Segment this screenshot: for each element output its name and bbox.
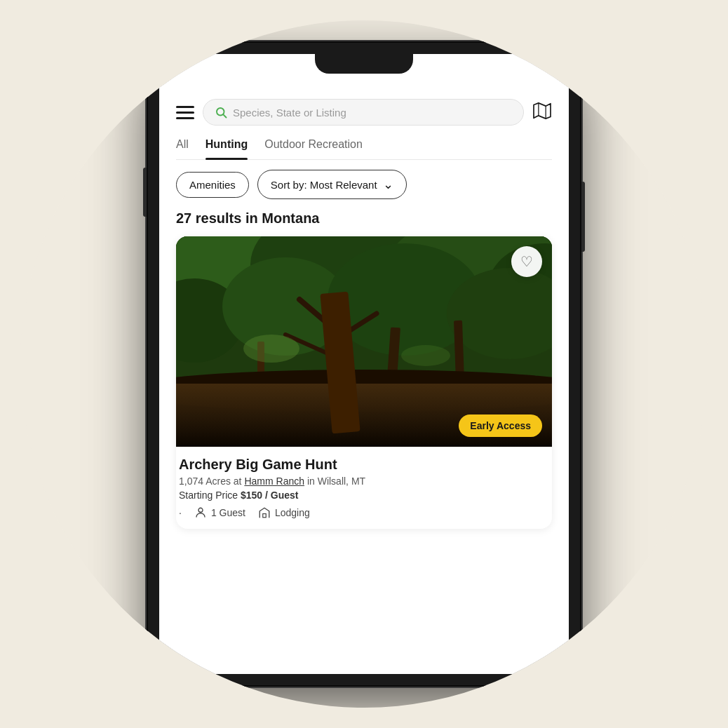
status-bar [159,54,569,89]
listing-price: Starting Price $150 / Guest [179,490,541,501]
price-label: Starting Price [179,490,238,501]
notch [315,54,413,74]
card-image-container: ♡ Early Access [176,236,552,447]
map-icon[interactable] [532,102,552,122]
listing-location: 1,074 Acres at Hamm Ranch in Wilsall, MT [179,476,541,487]
listing-meta: · 1 Guest [179,506,541,519]
price-value: $150 / Guest [241,490,299,501]
hamburger-line-2 [176,112,194,114]
svg-point-25 [401,345,450,366]
tabs-row: All Hunting Outdoor Recreation [176,133,552,160]
favorite-button[interactable]: ♡ [511,246,542,277]
guests-meta: 1 Guest [194,506,245,519]
filters-row: Amenities Sort by: Most Relevant ⌄ [176,160,552,206]
top-bar: Species, State or Listing [176,89,552,133]
card-info: Archery Big Game Hunt 1,074 Acres at Ham… [176,447,552,529]
hamburger-line-3 [176,117,194,119]
listing-ranch-link[interactable]: Hamm Ranch [244,476,304,487]
outer-circle: Species, State or Listing All [20,20,708,708]
guests-label: 1 Guest [211,507,245,518]
results-count: 27 results in Montana [176,206,552,236]
tab-all[interactable]: All [176,138,189,159]
listing-location-text: in Wilsall, MT [307,476,365,487]
early-access-badge: Early Access [459,414,542,437]
hamburger-line-1 [176,106,194,108]
search-icon [215,106,227,119]
person-icon [194,506,207,519]
lodging-label: Lodging [275,507,310,518]
search-bar[interactable]: Species, State or Listing [203,99,524,126]
svg-point-24 [243,335,299,363]
sort-button[interactable]: Sort by: Most Relevant ⌄ [257,170,407,199]
tab-outdoor-recreation[interactable]: Outdoor Recreation [264,138,363,159]
screen-content: Species, State or Listing All [159,54,569,674]
meta-separator: · [179,507,182,518]
lodging-icon [258,506,271,519]
listing-title: Archery Big Game Hunt [179,457,541,473]
amenities-button[interactable]: Amenities [176,172,249,198]
hamburger-menu-icon[interactable] [176,106,194,119]
phone-screen: Species, State or Listing All [159,54,569,674]
svg-line-1 [223,114,226,117]
listing-acres: 1,074 Acres at [179,476,242,487]
listing-card: ♡ Early Access Archery Big Game Hunt 1,0… [176,236,552,529]
app-content: Species, State or Listing All [159,89,569,674]
tab-hunting[interactable]: Hunting [205,138,248,159]
svg-point-26 [198,508,203,512]
sort-label: Sort by: Most Relevant [271,179,377,191]
svg-marker-2 [534,103,551,119]
phone-wrapper: Species, State or Listing All [147,41,581,687]
heart-icon: ♡ [520,253,533,270]
chevron-down-icon: ⌄ [383,177,393,192]
lodging-meta: Lodging [258,506,310,519]
svg-rect-27 [263,514,267,518]
search-placeholder: Species, State or Listing [233,107,512,119]
